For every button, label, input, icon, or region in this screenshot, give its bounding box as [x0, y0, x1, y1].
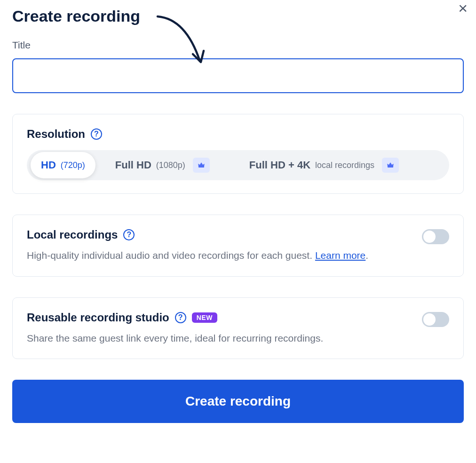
resolution-card: Resolution ? HD (720p) Full HD (1080p) F… [12, 114, 464, 194]
reusable-studio-card: Reusable recording studio ? NEW Share th… [12, 297, 464, 359]
resolution-option-fullhd[interactable]: Full HD (1080p) [105, 152, 220, 178]
resolution-option-sublabel: local recordings [315, 160, 374, 170]
annotation-arrow-icon [155, 9, 216, 72]
learn-more-link[interactable]: Learn more [315, 250, 365, 261]
local-recordings-title: Local recordings [27, 228, 118, 241]
resolution-option-label: Full HD + 4K [249, 159, 310, 171]
resolution-option-sublabel: (1080p) [156, 160, 185, 170]
reusable-studio-toggle[interactable] [422, 312, 449, 327]
help-icon[interactable]: ? [175, 312, 186, 323]
resolution-option-label: Full HD [115, 159, 151, 171]
create-recording-button[interactable]: Create recording [12, 380, 464, 423]
resolution-option-label: HD [41, 159, 56, 171]
resolution-option-sublabel: (720p) [61, 160, 85, 170]
help-icon[interactable]: ? [123, 229, 135, 240]
resolution-segmented-control: HD (720p) Full HD (1080p) Full HD + 4K l… [27, 150, 449, 180]
new-badge: NEW [192, 312, 217, 323]
local-recordings-description: High-quality individual audio and video … [27, 248, 413, 263]
local-recordings-card: Local recordings ? High-quality individu… [12, 215, 464, 277]
modal-title: Create recording [12, 7, 464, 25]
reusable-studio-title: Reusable recording studio [27, 311, 169, 324]
title-field-label: Title [12, 40, 464, 51]
resolution-option-hd[interactable]: HD (720p) [31, 152, 95, 178]
resolution-option-4k[interactable]: Full HD + 4K local recordings [239, 152, 409, 178]
crown-icon [382, 158, 399, 173]
resolution-title: Resolution [27, 128, 85, 141]
description-text: High-quality individual audio and video … [27, 250, 315, 261]
crown-icon [193, 158, 210, 173]
reusable-studio-description: Share the same guest link every time, id… [27, 331, 413, 346]
title-input[interactable] [12, 58, 464, 93]
toggle-knob [423, 313, 436, 326]
local-recordings-toggle[interactable] [422, 229, 449, 244]
toggle-knob [423, 231, 436, 243]
help-icon[interactable]: ? [91, 128, 102, 140]
close-icon[interactable]: × [458, 0, 468, 16]
